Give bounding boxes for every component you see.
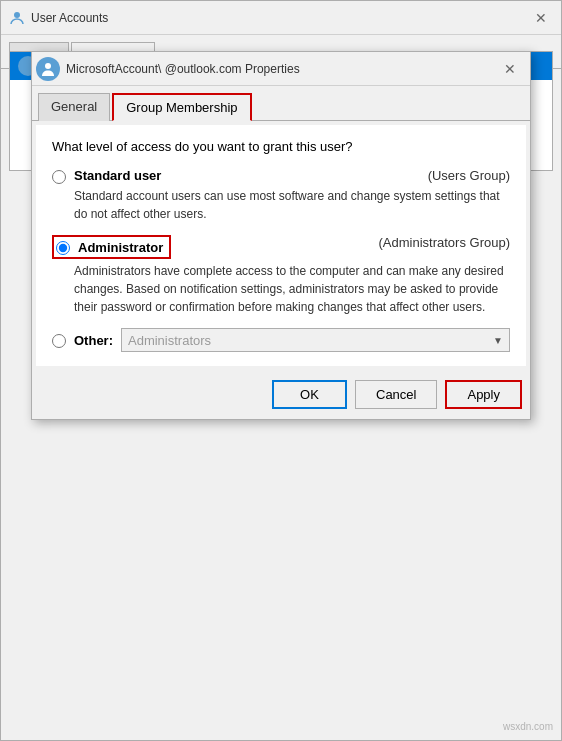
administrator-group: (Administrators Group) xyxy=(359,235,510,250)
inner-body: What level of access do you want to gran… xyxy=(36,125,526,366)
standard-user-label-row: Standard user (Users Group) xyxy=(74,168,510,183)
svg-point-1 xyxy=(45,63,51,69)
inner-tabs: General Group Membership xyxy=(32,86,530,121)
administrator-label: Administrator xyxy=(78,240,163,255)
standard-user-label: Standard user xyxy=(74,168,161,183)
inner-titlebar: MicrosoftAccount\ @outlook.com Propertie… xyxy=(32,52,530,86)
other-option-row: Other: Administrators ▼ xyxy=(52,328,510,352)
standard-user-description: Standard account users can use most soft… xyxy=(74,187,510,223)
outer-window: User Accounts ✕ Users Advanced Microsoft… xyxy=(0,0,562,741)
watermark: wsxdn.com xyxy=(503,721,553,732)
ok-button[interactable]: OK xyxy=(272,380,347,409)
question-text: What level of access do you want to gran… xyxy=(52,139,510,154)
outer-close-button[interactable]: ✕ xyxy=(529,6,553,30)
tab-group-membership[interactable]: Group Membership xyxy=(112,93,251,121)
other-dropdown[interactable]: Administrators ▼ xyxy=(121,328,510,352)
other-radio[interactable] xyxy=(52,334,66,348)
standard-user-group: (Users Group) xyxy=(408,168,510,183)
standard-user-option: Standard user (Users Group) Standard acc… xyxy=(52,168,510,223)
outer-title-text: User Accounts xyxy=(31,11,108,25)
user-icon xyxy=(40,61,56,77)
svg-point-0 xyxy=(14,12,20,18)
standard-user-row: Standard user (Users Group) xyxy=(52,168,510,184)
apply-button[interactable]: Apply xyxy=(445,380,522,409)
administrator-option: Administrator (Administrators Group) Adm… xyxy=(52,235,510,316)
inner-bottom-buttons: OK Cancel Apply xyxy=(32,370,530,419)
standard-user-radio[interactable] xyxy=(52,170,66,184)
cancel-button[interactable]: Cancel xyxy=(355,380,437,409)
other-label: Other: xyxy=(74,333,113,348)
tab-general[interactable]: General xyxy=(38,93,110,121)
inner-dialog: MicrosoftAccount\ @outlook.com Propertie… xyxy=(31,51,531,420)
other-dropdown-value: Administrators xyxy=(128,333,211,348)
dropdown-arrow-icon: ▼ xyxy=(493,335,503,346)
administrator-radio-container: Administrator xyxy=(52,235,171,259)
inner-title-text: MicrosoftAccount\ @outlook.com Propertie… xyxy=(66,62,300,76)
avatar xyxy=(36,57,60,81)
administrator-radio[interactable] xyxy=(56,241,70,255)
outer-titlebar: User Accounts ✕ xyxy=(1,1,561,35)
user-accounts-icon xyxy=(9,10,25,26)
inner-close-button[interactable]: ✕ xyxy=(498,57,522,81)
outer-title: User Accounts xyxy=(9,10,108,26)
inner-title-left: MicrosoftAccount\ @outlook.com Propertie… xyxy=(36,57,300,81)
administrator-description: Administrators have complete access to t… xyxy=(74,262,510,316)
